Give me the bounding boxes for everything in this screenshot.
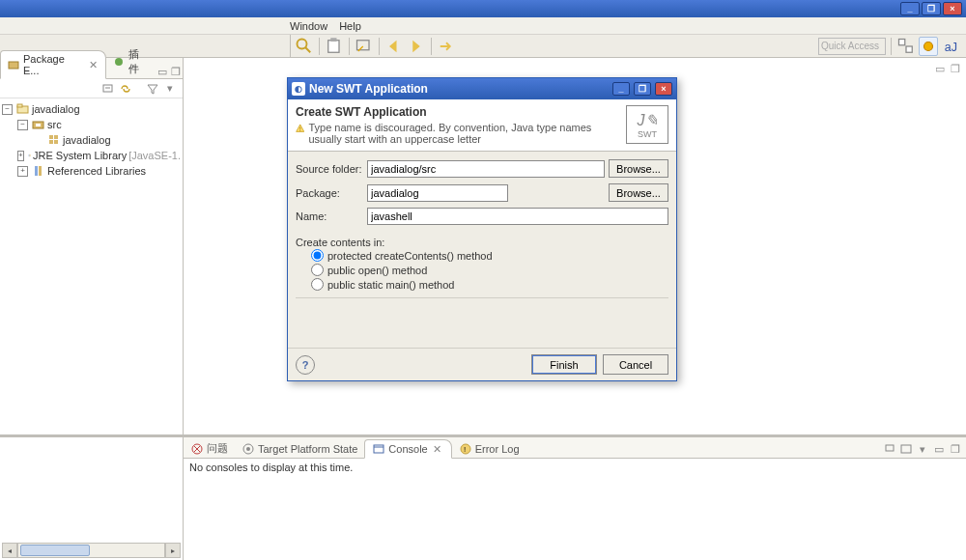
package-input[interactable] bbox=[367, 184, 508, 202]
menu-help[interactable]: Help bbox=[339, 20, 361, 32]
finish-button[interactable]: Finish bbox=[531, 354, 597, 375]
svg-rect-18 bbox=[54, 135, 58, 139]
view-minimize-icon[interactable]: ▭ bbox=[156, 65, 169, 78]
view-menu-icon[interactable]: ▾ bbox=[163, 82, 177, 96]
reflib-label: Referenced Libraries bbox=[47, 165, 146, 177]
tab-label: Package E... bbox=[23, 53, 83, 76]
window-minimize-button[interactable]: _ bbox=[900, 2, 920, 15]
open-console-icon[interactable]: ▾ bbox=[916, 442, 929, 456]
svg-rect-14 bbox=[17, 104, 22, 107]
console-tab[interactable]: Console ✕ bbox=[364, 439, 451, 459]
svg-rect-20 bbox=[54, 140, 58, 144]
tab-label: Target Platform State bbox=[258, 443, 357, 455]
src-folder-icon bbox=[32, 118, 45, 131]
svg-rect-21 bbox=[28, 154, 29, 156]
browse-source-button[interactable]: Browse... bbox=[609, 159, 668, 178]
src-node[interactable]: − src bbox=[2, 117, 181, 132]
menu-window[interactable]: Window bbox=[290, 20, 327, 32]
quick-access-input[interactable]: Quick Access bbox=[818, 38, 886, 55]
svg-point-0 bbox=[298, 39, 307, 48]
svg-rect-16 bbox=[36, 124, 41, 126]
reflib-node[interactable]: + Referenced Libraries bbox=[2, 163, 181, 179]
project-icon bbox=[16, 102, 30, 116]
problems-tab[interactable]: 问题 bbox=[184, 439, 235, 459]
svg-rect-23 bbox=[35, 166, 38, 176]
scrollbar-thumb[interactable] bbox=[20, 545, 90, 556]
target-platform-tab[interactable]: Target Platform State bbox=[235, 440, 364, 459]
nav-right-icon[interactable] bbox=[437, 37, 456, 56]
dialog-titlebar[interactable]: ◐ New SWT Application _ ❐ × bbox=[288, 78, 676, 99]
name-label: Name: bbox=[296, 210, 363, 222]
package-icon bbox=[47, 133, 61, 147]
name-input[interactable] bbox=[367, 208, 668, 225]
svg-rect-34 bbox=[886, 445, 894, 451]
radio-create-contents[interactable] bbox=[311, 249, 324, 262]
link-editor-icon[interactable] bbox=[119, 82, 132, 96]
console-icon bbox=[372, 442, 385, 456]
java-perspective-icon[interactable]: aJ bbox=[941, 37, 960, 56]
window-maximize-button[interactable]: ❐ bbox=[922, 2, 941, 15]
radio-open[interactable] bbox=[311, 264, 324, 276]
window-close-button[interactable]: × bbox=[943, 2, 962, 15]
svg-point-29 bbox=[246, 447, 250, 451]
dialog-title: New SWT Application bbox=[309, 82, 428, 96]
back-icon[interactable] bbox=[384, 37, 404, 56]
project-node[interactable]: − javadialog bbox=[2, 101, 181, 117]
editor-minimize-icon[interactable]: ▭ bbox=[933, 62, 947, 75]
problems-icon bbox=[190, 442, 204, 456]
pin-console-icon[interactable] bbox=[883, 442, 896, 456]
panel-maximize-icon[interactable]: ❐ bbox=[949, 442, 962, 456]
cancel-button[interactable]: Cancel bbox=[603, 354, 668, 375]
radio-main[interactable] bbox=[311, 278, 324, 291]
error-log-tab[interactable]: ! Error Log bbox=[452, 440, 526, 459]
browse-package-button[interactable]: Browse... bbox=[609, 183, 668, 202]
project-tree[interactable]: − javadialog − src javadialog + bbox=[0, 98, 183, 434]
source-folder-label: Source folder: bbox=[296, 163, 363, 175]
dropdown-icon[interactable] bbox=[355, 37, 374, 56]
scrollbar-track[interactable] bbox=[17, 543, 165, 558]
svg-rect-19 bbox=[49, 140, 53, 144]
display-console-icon[interactable] bbox=[899, 442, 913, 456]
console-message: No consoles to display at this time. bbox=[189, 462, 353, 473]
plugins-tab[interactable]: 插件 bbox=[106, 45, 156, 78]
collapse-all-icon[interactable] bbox=[101, 82, 115, 96]
svg-point-7 bbox=[924, 42, 933, 50]
svg-rect-22 bbox=[29, 154, 30, 156]
contents-label: Create contents in: bbox=[296, 237, 668, 248]
console-content: No consoles to display at this time. bbox=[184, 459, 966, 560]
help-button[interactable]: ? bbox=[296, 355, 315, 375]
plugin-icon bbox=[112, 55, 126, 69]
library-icon bbox=[28, 149, 31, 162]
filter-icon[interactable] bbox=[146, 82, 159, 96]
jre-node[interactable]: + JRE System Library [JavaSE-1. bbox=[2, 148, 181, 163]
target-icon bbox=[242, 442, 255, 456]
perspective-icon[interactable] bbox=[896, 37, 916, 56]
panel-minimize-icon[interactable]: ▭ bbox=[932, 442, 946, 456]
library-icon bbox=[32, 164, 45, 178]
sidebar-hscroll: ◂ ▸ bbox=[0, 437, 184, 560]
source-folder-input[interactable] bbox=[367, 160, 605, 178]
plugin-perspective-icon[interactable] bbox=[919, 37, 938, 56]
svg-point-37 bbox=[299, 129, 300, 130]
close-tab-icon[interactable]: ✕ bbox=[86, 58, 99, 71]
dialog-maximize-button[interactable]: ❐ bbox=[634, 82, 651, 96]
package-explorer-tab[interactable]: Package E... ✕ bbox=[0, 50, 106, 79]
error-log-icon: ! bbox=[459, 442, 472, 456]
search-icon[interactable] bbox=[295, 37, 314, 56]
package-label: javadialog bbox=[63, 134, 111, 146]
view-maximize-icon[interactable]: ❐ bbox=[169, 65, 183, 78]
dialog-close-button[interactable]: × bbox=[655, 82, 672, 96]
close-tab-icon[interactable]: ✕ bbox=[431, 442, 444, 456]
forward-icon[interactable] bbox=[407, 37, 426, 56]
scroll-right-button[interactable]: ▸ bbox=[165, 543, 181, 558]
svg-point-10 bbox=[115, 58, 123, 66]
package-node[interactable]: javadialog bbox=[2, 132, 181, 148]
paste-icon[interactable] bbox=[325, 37, 344, 56]
scroll-left-button[interactable]: ◂ bbox=[2, 543, 17, 558]
dialog-minimize-button[interactable]: _ bbox=[612, 82, 630, 96]
svg-rect-30 bbox=[374, 445, 384, 453]
editor-maximize-icon[interactable]: ❐ bbox=[949, 62, 962, 75]
svg-rect-24 bbox=[39, 166, 42, 176]
svg-rect-3 bbox=[330, 38, 336, 42]
svg-text:!: ! bbox=[464, 445, 466, 454]
